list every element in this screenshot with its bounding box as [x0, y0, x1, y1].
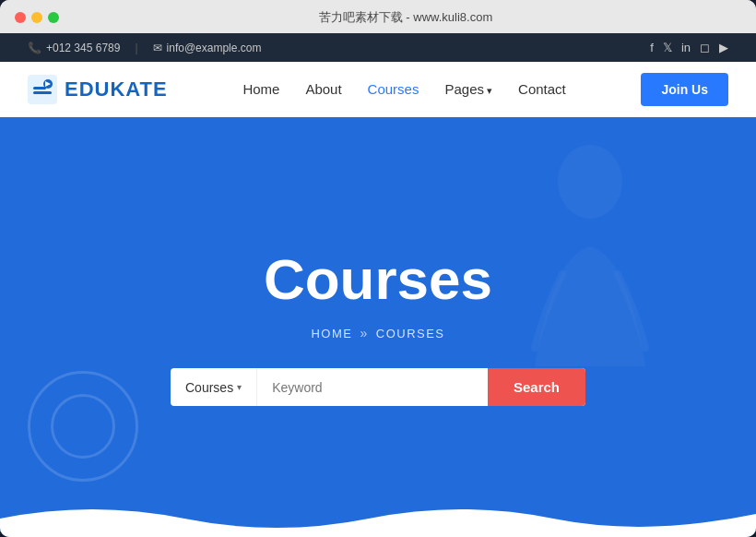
hero-content: Courses HOME » COURSES	[264, 248, 492, 340]
nav-item-about[interactable]: About	[305, 81, 341, 98]
navbar: EDUKATE Home About Courses Pages Contact	[0, 62, 756, 117]
svg-rect-1	[33, 91, 52, 94]
hero-title: Courses	[264, 248, 492, 311]
search-input[interactable]	[257, 368, 488, 406]
nav-link-pages[interactable]: Pages	[444, 81, 492, 97]
linkedin-icon[interactable]: in	[681, 41, 691, 54]
youtube-icon[interactable]: ▶	[719, 41, 728, 54]
hero-circle-small	[51, 394, 115, 459]
topbar-left: 📞 +012 345 6789 | ✉ info@example.com	[28, 42, 261, 54]
topbar-divider: |	[135, 42, 137, 54]
hero-wave	[0, 500, 756, 537]
nav-item-home[interactable]: Home	[242, 81, 279, 98]
nav-item-pages[interactable]: Pages	[444, 81, 492, 98]
phone-icon: 📞	[28, 42, 41, 54]
social-links: f 𝕏 in ◻ ▶	[650, 41, 728, 54]
brand-logo-icon	[28, 75, 57, 104]
email-icon: ✉	[153, 42, 162, 54]
search-bar: Courses Search	[171, 368, 585, 406]
minimize-button[interactable]	[31, 12, 42, 23]
nav-links: Home About Courses Pages Contact	[242, 81, 565, 98]
brand-name: EDUKATE	[65, 78, 168, 101]
nav-link-contact[interactable]: Contact	[518, 81, 566, 97]
brand: EDUKATE	[28, 75, 168, 104]
topbar: 📞 +012 345 6789 | ✉ info@example.com f 𝕏…	[0, 33, 756, 62]
join-us-button[interactable]: Join Us	[641, 73, 728, 106]
browser-chrome: 苦力吧素材下载 - www.kuli8.com	[0, 0, 756, 33]
nav-link-courses[interactable]: Courses	[368, 81, 419, 97]
close-button[interactable]	[15, 12, 26, 23]
breadcrumb-separator: »	[360, 326, 368, 340]
twitter-icon[interactable]: 𝕏	[663, 41, 672, 54]
email-address: info@example.com	[167, 42, 262, 54]
site-content: 📞 +012 345 6789 | ✉ info@example.com f 𝕏…	[0, 33, 756, 537]
instagram-icon[interactable]: ◻	[700, 41, 710, 54]
breadcrumb-current: COURSES	[376, 327, 445, 340]
hero-section: Courses HOME » COURSES Courses Search	[0, 117, 756, 537]
search-category-dropdown[interactable]: Courses	[171, 368, 257, 406]
nav-link-home[interactable]: Home	[242, 81, 279, 97]
nav-link-about[interactable]: About	[305, 81, 341, 97]
nav-item-courses[interactable]: Courses	[368, 81, 419, 98]
breadcrumb-home: HOME	[311, 327, 352, 340]
url-bar[interactable]: 苦力吧素材下载 - www.kuli8.com	[70, 9, 741, 26]
facebook-icon[interactable]: f	[650, 41, 654, 54]
search-button[interactable]: Search	[488, 368, 585, 406]
maximize-button[interactable]	[48, 12, 59, 23]
email-info: ✉ info@example.com	[153, 42, 262, 54]
svg-rect-2	[33, 87, 46, 90]
nav-item-contact[interactable]: Contact	[518, 81, 566, 98]
breadcrumb: HOME » COURSES	[264, 326, 492, 340]
phone-number: +012 345 6789	[46, 42, 120, 54]
phone-info: 📞 +012 345 6789	[28, 42, 120, 54]
search-category-label: Courses	[185, 380, 233, 395]
browser-window: 苦力吧素材下载 - www.kuli8.com 📞 +012 345 6789 …	[0, 0, 756, 537]
traffic-lights	[15, 12, 59, 23]
